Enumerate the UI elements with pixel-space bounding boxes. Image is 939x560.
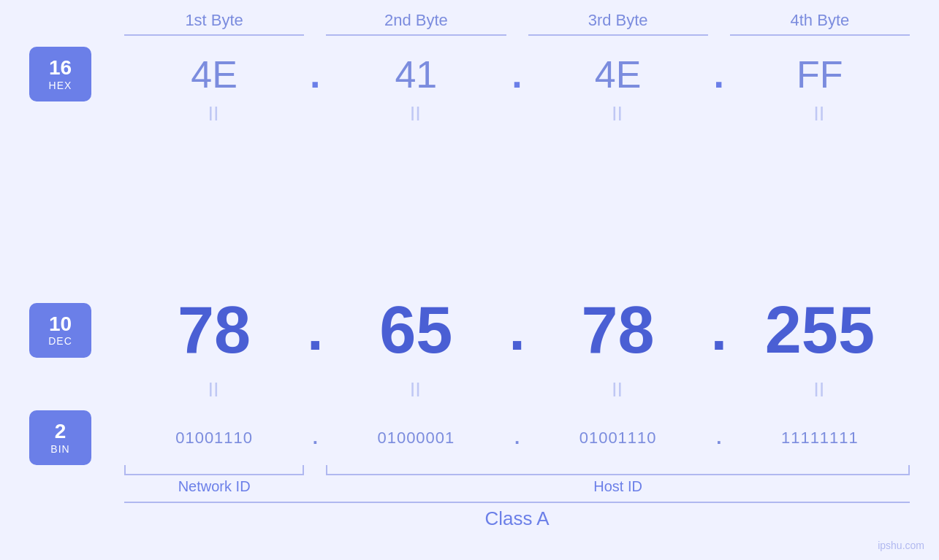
eq-bin-4: || xyxy=(730,380,910,397)
byte-header-2: 2nd Byte xyxy=(326,11,506,36)
dot-bin-2: . xyxy=(506,426,528,449)
dec-badge: 10 DEC xyxy=(29,303,91,358)
eq-1: || xyxy=(124,104,304,121)
dot-hex-3: . xyxy=(708,53,730,96)
host-id-label: Host ID xyxy=(326,478,910,495)
byte-header-1: 1st Byte xyxy=(124,11,304,36)
bin-value-2: 01000001 xyxy=(326,429,506,448)
dec-row: 10 DEC 78 . 65 . 78 . 255 xyxy=(29,283,910,377)
equals-row-1: || || || || xyxy=(29,101,910,123)
eq-bin-2: || xyxy=(326,380,506,397)
bin-value-1: 01001110 xyxy=(124,429,304,448)
dot-dec-2: . xyxy=(506,301,528,359)
dec-value-2: 65 xyxy=(326,297,506,363)
class-a-row: Class A xyxy=(29,502,910,553)
byte-header-4: 4th Byte xyxy=(730,11,910,36)
host-id-bracket: Host ID xyxy=(326,465,910,495)
byte-header-3: 3rd Byte xyxy=(528,11,708,36)
hex-badge: 16 HEX xyxy=(29,47,91,101)
byte-headers-row: 1st Byte 2nd Byte 3rd Byte 4th Byte xyxy=(29,11,910,36)
bin-row: 2 BIN 01001110 . 01000001 . 01001110 . 1… xyxy=(29,399,910,465)
network-id-bracket: Network ID xyxy=(124,465,304,495)
dec-value-1: 78 xyxy=(124,297,304,363)
network-id-label: Network ID xyxy=(124,478,304,495)
dec-value-3: 78 xyxy=(528,297,708,363)
dot-hex-2: . xyxy=(506,53,528,96)
hex-value-1: 4E xyxy=(124,53,304,96)
bin-value-3: 01001110 xyxy=(528,429,708,448)
hex-row: 16 HEX 4E . 41 . 4E . FF xyxy=(29,36,910,101)
dec-value-4: 255 xyxy=(730,297,910,363)
dot-bin-1: . xyxy=(304,426,326,449)
dec-badge-cell: 10 DEC xyxy=(29,292,124,369)
hex-value-3: 4E xyxy=(528,53,708,96)
eq-3: || xyxy=(528,104,708,121)
watermark: ipshu.com xyxy=(878,540,924,551)
main-layout: 1st Byte 2nd Byte 3rd Byte 4th Byte 16 H… xyxy=(0,0,939,560)
eq-bin-1: || xyxy=(124,380,304,397)
id-labels-row: Network ID Host ID xyxy=(29,465,910,502)
dot-dec-3: . xyxy=(708,301,730,359)
bin-badge: 2 BIN xyxy=(29,410,91,465)
class-a-label: Class A xyxy=(124,507,910,530)
eq-2: || xyxy=(326,104,506,121)
dot-bin-3: . xyxy=(708,426,730,449)
hex-value-2: 41 xyxy=(326,53,506,96)
bin-value-4: 11111111 xyxy=(730,429,910,448)
dot-dec-1: . xyxy=(304,301,326,359)
equals-row-2: || || || || xyxy=(29,377,910,399)
eq-4: || xyxy=(730,104,910,121)
dot-hex-1: . xyxy=(304,53,326,96)
eq-bin-3: || xyxy=(528,380,708,397)
hex-value-4: FF xyxy=(730,53,910,96)
